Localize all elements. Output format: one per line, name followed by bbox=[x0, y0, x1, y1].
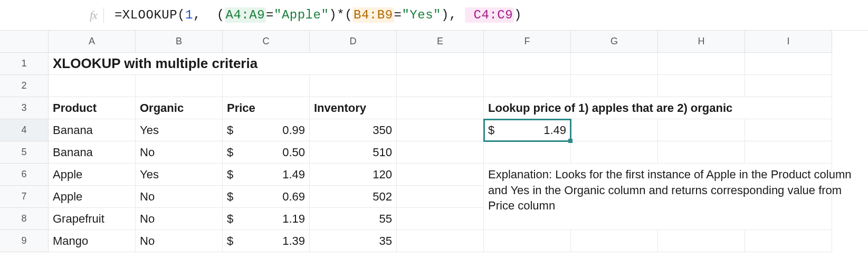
cell-c4[interactable]: $0.99 bbox=[223, 119, 310, 141]
cell-i4[interactable] bbox=[745, 119, 832, 141]
cell-g5[interactable] bbox=[571, 141, 658, 164]
cell-c2[interactable] bbox=[223, 75, 310, 97]
cell-c9[interactable]: $1.39 bbox=[223, 230, 310, 252]
cell-i9[interactable] bbox=[745, 230, 832, 252]
cell-e8[interactable] bbox=[397, 208, 484, 230]
tok-rp: ) bbox=[441, 8, 449, 22]
cell-f9[interactable] bbox=[484, 230, 571, 252]
cell-a8[interactable]: Grapefruit bbox=[49, 208, 136, 230]
cell-e4[interactable] bbox=[397, 119, 484, 141]
cell-f5[interactable] bbox=[484, 141, 571, 164]
cell-b3-header-organic[interactable]: Organic bbox=[136, 97, 223, 119]
cell-c7[interactable]: $0.69 bbox=[223, 186, 310, 208]
col-header-g[interactable]: G bbox=[571, 31, 658, 53]
cell-g4[interactable] bbox=[571, 119, 658, 141]
cell-a2[interactable] bbox=[49, 75, 136, 97]
cell-f3-lookup-label[interactable]: Lookup price of 1) apples that are 2) or… bbox=[484, 97, 832, 119]
cell-c6[interactable]: $1.49 bbox=[223, 164, 310, 186]
cell-i1[interactable] bbox=[745, 53, 832, 75]
cell-d4[interactable]: 350 bbox=[310, 119, 397, 141]
cell-g1[interactable] bbox=[571, 53, 658, 75]
cell-c3-header-price[interactable]: Price bbox=[223, 97, 310, 119]
tok-comma: , bbox=[449, 8, 465, 22]
spreadsheet-grid[interactable]: A B C D E F G H I 1 XLOOKUP with multipl… bbox=[0, 31, 868, 252]
cell-d2[interactable] bbox=[310, 75, 397, 97]
row-header-3[interactable]: 3 bbox=[0, 97, 49, 119]
row-header-4[interactable]: 4 bbox=[0, 119, 49, 141]
row-header-9[interactable]: 9 bbox=[0, 230, 49, 252]
formula-input[interactable]: =XLOOKUP(1, (A4:A9="Apple")*(B4:B9="Yes"… bbox=[115, 8, 522, 22]
cell-d6[interactable]: 120 bbox=[310, 164, 397, 186]
cell-a1-title[interactable]: XLOOKUP with multiple criteria bbox=[49, 53, 397, 75]
selection-handle[interactable] bbox=[568, 139, 573, 143]
row-header-5[interactable]: 5 bbox=[0, 141, 49, 164]
cell-h4[interactable] bbox=[658, 119, 745, 141]
cell-e6[interactable] bbox=[397, 164, 484, 186]
cell-d8[interactable]: 55 bbox=[310, 208, 397, 230]
cell-c5[interactable]: $0.50 bbox=[223, 141, 310, 164]
row-header-8[interactable]: 8 bbox=[0, 208, 49, 230]
cell-e2[interactable] bbox=[397, 75, 484, 97]
row-header-6[interactable]: 6 bbox=[0, 164, 49, 186]
currency-symbol: $ bbox=[488, 123, 494, 137]
tok-rp: ) bbox=[329, 8, 337, 22]
cell-i2[interactable] bbox=[745, 75, 832, 97]
formula-bar[interactable]: fx =XLOOKUP(1, (A4:A9="Apple")*(B4:B9="Y… bbox=[0, 0, 868, 31]
col-header-c[interactable]: C bbox=[223, 31, 310, 53]
cell-e7[interactable] bbox=[397, 186, 484, 208]
cell-a6[interactable]: Apple bbox=[49, 164, 136, 186]
row-header-2[interactable]: 2 bbox=[0, 75, 49, 97]
cell-h1[interactable] bbox=[658, 53, 745, 75]
cell-b9[interactable]: No bbox=[136, 230, 223, 252]
cell-b6[interactable]: Yes bbox=[136, 164, 223, 186]
cell-d5[interactable]: 510 bbox=[310, 141, 397, 164]
col-header-d[interactable]: D bbox=[310, 31, 397, 53]
explanation-text: Explanation: Looks for the first instanc… bbox=[488, 167, 868, 214]
cell-b4[interactable]: Yes bbox=[136, 119, 223, 141]
cell-f2[interactable] bbox=[484, 75, 571, 97]
cell-b5[interactable]: No bbox=[136, 141, 223, 164]
cell-c8[interactable]: $1.19 bbox=[223, 208, 310, 230]
cell-a5[interactable]: Banana bbox=[49, 141, 136, 164]
cell-i5[interactable] bbox=[745, 141, 832, 164]
col-header-b[interactable]: B bbox=[136, 31, 223, 53]
cell-d3-header-inventory[interactable]: Inventory bbox=[310, 97, 397, 119]
row-header-7[interactable]: 7 bbox=[0, 186, 49, 208]
cell-f4-result[interactable]: $1.49 bbox=[484, 119, 571, 141]
cell-a3-header-product[interactable]: Product bbox=[49, 97, 136, 119]
cell-g9[interactable] bbox=[571, 230, 658, 252]
grid-corner[interactable] bbox=[0, 31, 49, 53]
cell-d9[interactable]: 35 bbox=[310, 230, 397, 252]
cell-d7[interactable]: 502 bbox=[310, 186, 397, 208]
cell-b2[interactable] bbox=[136, 75, 223, 97]
cell-e1[interactable] bbox=[397, 53, 484, 75]
cell-a9[interactable]: Mango bbox=[49, 230, 136, 252]
price-value: 0.50 bbox=[282, 146, 305, 159]
price-value: 1.49 bbox=[282, 168, 305, 182]
cell-b8[interactable]: No bbox=[136, 208, 223, 230]
col-header-f[interactable]: F bbox=[484, 31, 571, 53]
col-header-i[interactable]: I bbox=[745, 31, 832, 53]
tok-str-apple: "Apple" bbox=[274, 8, 329, 22]
cell-g2[interactable] bbox=[571, 75, 658, 97]
tok-eq: = bbox=[266, 8, 274, 22]
cell-e5[interactable] bbox=[397, 141, 484, 164]
cell-h5[interactable] bbox=[658, 141, 745, 164]
cell-f1[interactable] bbox=[484, 53, 571, 75]
cell-a7[interactable]: Apple bbox=[49, 186, 136, 208]
cell-e3[interactable] bbox=[397, 97, 484, 119]
currency-symbol: $ bbox=[227, 212, 233, 226]
col-header-e[interactable]: E bbox=[397, 31, 484, 53]
currency-symbol: $ bbox=[227, 123, 233, 137]
row-header-1[interactable]: 1 bbox=[0, 53, 49, 75]
cell-f6-explanation[interactable]: Explanation: Looks for the first instanc… bbox=[484, 164, 832, 230]
cell-h9[interactable] bbox=[658, 230, 745, 252]
price-value: 0.99 bbox=[282, 123, 305, 137]
col-header-a[interactable]: A bbox=[49, 31, 136, 53]
currency-symbol: $ bbox=[227, 146, 233, 159]
cell-a4[interactable]: Banana bbox=[49, 119, 136, 141]
cell-b7[interactable]: No bbox=[136, 186, 223, 208]
cell-e9[interactable] bbox=[397, 230, 484, 252]
col-header-h[interactable]: H bbox=[658, 31, 745, 53]
cell-h2[interactable] bbox=[658, 75, 745, 97]
